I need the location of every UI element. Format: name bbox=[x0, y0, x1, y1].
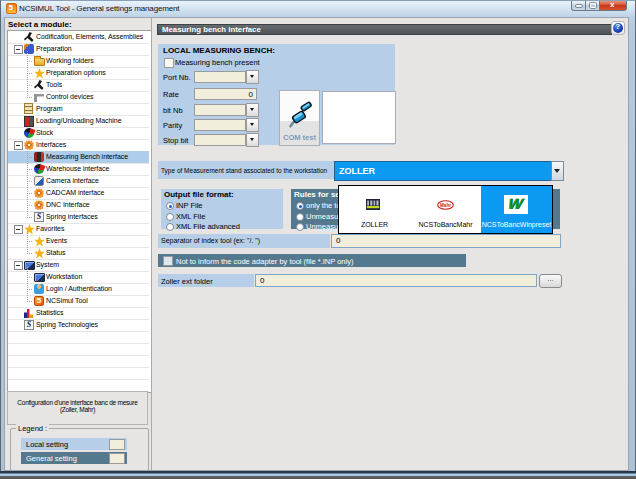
svg-text:Mahr: Mahr bbox=[440, 203, 451, 208]
